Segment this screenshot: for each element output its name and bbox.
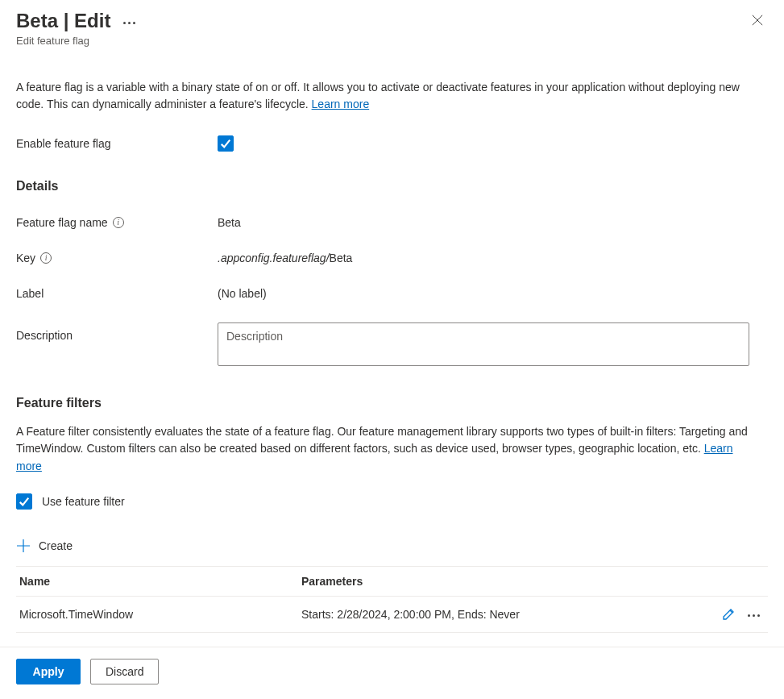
enable-flag-checkbox[interactable] xyxy=(218,135,234,152)
enable-flag-label: Enable feature flag xyxy=(16,137,218,150)
info-icon[interactable]: i xyxy=(40,252,52,264)
info-icon[interactable]: i xyxy=(113,217,124,228)
check-icon xyxy=(220,138,231,149)
intro-body: A feature flag is a variable with a bina… xyxy=(16,81,740,110)
description-label: Description xyxy=(16,322,218,342)
close-icon xyxy=(752,15,763,26)
edit-filter-button[interactable] xyxy=(720,606,736,622)
use-feature-filter-label: Use feature filter xyxy=(42,495,125,508)
column-params-header: Parameters xyxy=(301,575,708,588)
column-name-header: Name xyxy=(19,575,301,588)
label-value: (No label) xyxy=(218,287,768,300)
filter-name: Microsoft.TimeWindow xyxy=(19,608,301,621)
flag-name-label: Feature flag name xyxy=(16,216,108,229)
filter-more-button[interactable] xyxy=(743,608,765,620)
pencil-icon xyxy=(722,608,735,621)
more-icon[interactable] xyxy=(120,19,139,27)
create-filter-label: Create xyxy=(39,539,73,552)
learn-more-link[interactable]: Learn more xyxy=(312,98,370,110)
filter-params: Starts: 2/28/2024, 2:00:00 PM, Ends: Nev… xyxy=(301,608,708,621)
filters-table: Name Parameters Microsoft.TimeWindowStar… xyxy=(16,566,768,633)
page-subtitle: Edit feature flag xyxy=(16,35,747,47)
check-icon xyxy=(19,496,30,507)
feature-filters-heading: Feature filters xyxy=(16,396,768,410)
apply-button[interactable]: Apply xyxy=(16,659,81,684)
discard-button[interactable]: Discard xyxy=(90,659,159,684)
details-heading: Details xyxy=(16,179,768,193)
key-prefix: .appconfig.featureflag/ xyxy=(218,252,330,264)
close-button[interactable] xyxy=(747,10,768,31)
create-filter-button[interactable]: Create xyxy=(16,535,768,556)
filters-intro-body: A Feature filter consistently evaluates … xyxy=(16,425,748,456)
filters-intro: A Feature filter consistently evaluates … xyxy=(16,423,749,476)
key-label: Key xyxy=(16,252,35,264)
label-label: Label xyxy=(16,287,218,300)
key-suffix: Beta xyxy=(330,252,353,264)
flag-name-value: Beta xyxy=(218,216,768,229)
description-input[interactable] xyxy=(218,322,749,366)
key-value: .appconfig.featureflag/Beta xyxy=(218,252,768,264)
intro-text: A feature flag is a variable with a bina… xyxy=(16,79,749,113)
table-row: Microsoft.TimeWindowStarts: 2/28/2024, 2… xyxy=(16,597,768,633)
use-feature-filter-checkbox[interactable] xyxy=(16,493,32,510)
ellipsis-icon xyxy=(745,611,763,620)
page-title: Beta | Edit xyxy=(16,10,110,33)
plus-icon xyxy=(16,539,31,553)
